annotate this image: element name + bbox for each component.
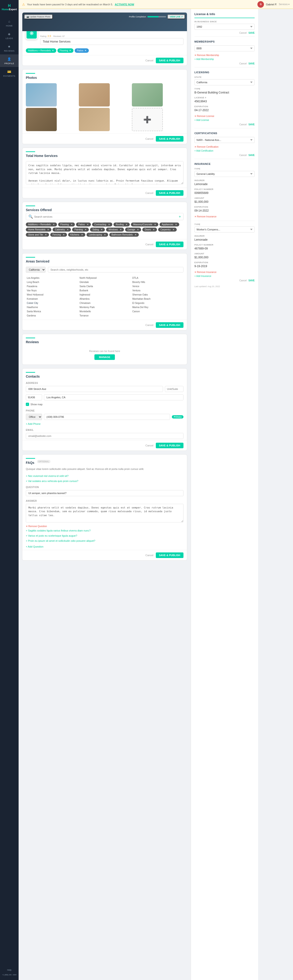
header-cancel-button[interactable]: Cancel <box>145 59 153 62</box>
areas-cancel-button[interactable]: Cancel <box>145 324 153 326</box>
service-doors[interactable]: Doors✕ <box>142 228 157 232</box>
licensing-cancel[interactable]: Cancel <box>239 123 247 126</box>
remove-service-bathroom[interactable]: ✕ <box>135 234 137 236</box>
remove-service-fencing[interactable]: ✕ <box>63 234 65 236</box>
update-photo-button[interactable]: 📷 Update Feature Photo <box>24 14 53 19</box>
remove-service-cabinetry[interactable]: ✕ <box>67 228 68 231</box>
add-membership-link[interactable]: + Add Membership <box>194 58 255 60</box>
service-landscaping[interactable]: Landscaping✕ <box>86 233 108 237</box>
remove-service-patios[interactable]: ✕ <box>87 223 89 226</box>
faq-collapsed-3[interactable]: + Sagittis sodales ligula varius finibus… <box>22 528 187 533</box>
address-input[interactable] <box>26 386 163 392</box>
manage-reviews-button[interactable]: MANAGE <box>94 354 115 360</box>
membership-cancel[interactable]: Cancel <box>239 62 247 65</box>
service-kitchens[interactable]: Kitchens✕ <box>68 233 85 237</box>
faqs-save-publish-button[interactable]: SAVE & PUBLISH <box>156 552 183 558</box>
sidebar-item-payments[interactable]: 💳 PAYMENTS <box>0 67 19 80</box>
in-business-cancel[interactable]: Cancel <box>239 32 247 34</box>
service-contracting[interactable]: Contracting✕ <box>92 223 112 226</box>
remove-service-windows[interactable]: ✕ <box>120 228 122 231</box>
remove-service-painting[interactable]: ✕ <box>84 228 86 231</box>
remove-service-carpentry[interactable]: ✕ <box>172 228 174 231</box>
service-home-remodels[interactable]: Home Remodels✕ <box>26 228 51 232</box>
licensing-save[interactable]: SAVE <box>248 123 255 126</box>
tag-flooring[interactable]: Flooring ✕ <box>57 48 73 53</box>
remove-service-stone-tile[interactable]: ✕ <box>45 234 47 236</box>
add-license-link[interactable]: + Add License <box>194 119 255 121</box>
contacts-cancel-button[interactable]: Cancel <box>145 444 153 447</box>
service-siding[interactable]: Siding✕ <box>90 228 105 232</box>
insurance2-type-select[interactable]: Worker's Compens... <box>194 226 255 232</box>
add-insurance-link[interactable]: + Add Insurance <box>194 275 255 277</box>
service-cabinetry[interactable]: Cabinetry✕ <box>53 228 71 232</box>
description-save-publish-button[interactable]: SAVE & PUBLISH <box>156 190 183 196</box>
remove-service-flooring[interactable]: ✕ <box>71 223 73 226</box>
tag-patios[interactable]: Patios ✕ <box>75 48 89 53</box>
faq-collapsed-5[interactable]: + Proin eu ipsum sit amet et sollicitudi… <box>22 538 187 543</box>
activate-now-link[interactable]: ACTIVATE NOW <box>115 3 134 6</box>
insurance-cancel[interactable]: Cancel <box>239 279 247 282</box>
faqs-cancel-button[interactable]: Cancel <box>145 554 153 557</box>
remove-service-masonry[interactable]: ✕ <box>154 223 156 226</box>
remove-service-siding[interactable]: ✕ <box>101 228 103 231</box>
zip-input[interactable] <box>26 395 42 400</box>
service-flooring[interactable]: Flooring✕ <box>58 223 75 226</box>
remove-service-roofing[interactable]: ✕ <box>126 223 127 226</box>
service-patios[interactable]: Patios✕ <box>76 223 91 226</box>
tag-additions-remodels[interactable]: Additions + Remodels ✕ <box>26 48 56 53</box>
service-windows[interactable]: Windows✕ <box>106 228 124 232</box>
sidebar-item-leads[interactable]: ◈ LEADS <box>0 29 19 42</box>
remove-service-additions[interactable]: ✕ <box>53 223 55 226</box>
description-textarea[interactable]: Cras sagittis sodales ligula, nec euismo… <box>26 161 183 185</box>
remove-tag-flooring[interactable]: ✕ <box>69 49 71 52</box>
remove-service-home-remodels[interactable]: ✕ <box>47 228 49 231</box>
areas-search-input[interactable] <box>48 267 183 272</box>
view-live-button[interactable]: VIEW LIVE ↗ <box>167 14 185 19</box>
service-appliances[interactable]: Appliances✕ <box>159 223 179 226</box>
remove-license-link[interactable]: ✕ Remove License <box>194 115 214 118</box>
faq-collapsed-1[interactable]: + Nec euismod nisl viverra id velit sit? <box>22 473 187 479</box>
unit-input[interactable] <box>165 386 183 392</box>
areas-state-select[interactable]: California <box>26 267 46 273</box>
remove-insurance1-link[interactable]: ✕ Remove Insurance <box>194 215 217 218</box>
photos-save-publish-button[interactable]: SAVE & PUBLISH <box>156 136 183 142</box>
sidebar-item-profile[interactable]: 👤 PROFILE <box>0 54 19 67</box>
in-business-save[interactable]: SAVE <box>248 32 255 34</box>
faq-answer-textarea[interactable]: Morbi pharetra velit et sodales dapibus.… <box>26 504 183 522</box>
membership-select[interactable]: BBB <box>194 45 255 51</box>
show-map-checkbox[interactable]: ✓ <box>26 403 29 406</box>
in-business-select[interactable]: 1992 <box>194 24 255 30</box>
service-bathroom[interactable]: Bathroom Remodels✕ <box>109 233 139 237</box>
header-save-publish-button[interactable]: SAVE & PUBLISH <box>156 58 183 63</box>
certification-select[interactable]: NARI - National Ass... <box>194 137 255 143</box>
description-cancel-button[interactable]: Cancel <box>145 192 153 194</box>
cert-cancel[interactable]: Cancel <box>239 154 247 156</box>
business-name-input[interactable] <box>40 38 183 45</box>
service-stone-tile[interactable]: Stone and Tile✕ <box>26 233 49 237</box>
remove-tag-additions[interactable]: ✕ <box>52 49 54 52</box>
remove-question-link[interactable]: ✕ Remove Question <box>22 525 187 528</box>
services-cancel-button[interactable]: Cancel <box>145 243 153 246</box>
service-masonry[interactable]: Masonry/Concrete✕ <box>131 223 158 226</box>
insurance1-type-select[interactable]: General Liability <box>194 171 255 177</box>
remove-cert-link[interactable]: ✕ Remove Certification <box>194 146 218 148</box>
service-garage[interactable]: Garage✕ <box>125 228 141 232</box>
services-save-publish-button[interactable]: SAVE & PUBLISH <box>156 242 183 247</box>
add-service-icon[interactable]: + <box>179 215 181 219</box>
add-photo-button[interactable]: ➕ <box>132 108 163 131</box>
service-fencing[interactable]: Fencing✕ <box>50 233 67 237</box>
remove-service-landscaping[interactable]: ✕ <box>104 234 106 236</box>
remove-tag-patios[interactable]: ✕ <box>84 49 86 52</box>
add-cert-link[interactable]: + Add Certification <box>194 150 255 152</box>
faq-collapsed-2[interactable]: + Val sodales arcu vehicula quis proin c… <box>22 479 187 484</box>
remove-service-kitchens[interactable]: ✕ <box>81 234 83 236</box>
insurance-save[interactable]: SAVE <box>248 279 255 282</box>
service-additions[interactable]: Additions + Remodels✕ <box>26 223 57 226</box>
service-carpentry[interactable]: Carpentry✕ <box>158 228 177 232</box>
add-question-link[interactable]: + Add Question <box>22 543 187 550</box>
services-dropdown[interactable]: Services ▾ <box>279 3 290 6</box>
service-roofing[interactable]: Roofing✕ <box>113 223 130 226</box>
remove-service-appliances[interactable]: ✕ <box>175 223 177 226</box>
city-state-input[interactable] <box>44 395 183 400</box>
remove-service-doors[interactable]: ✕ <box>153 228 154 231</box>
